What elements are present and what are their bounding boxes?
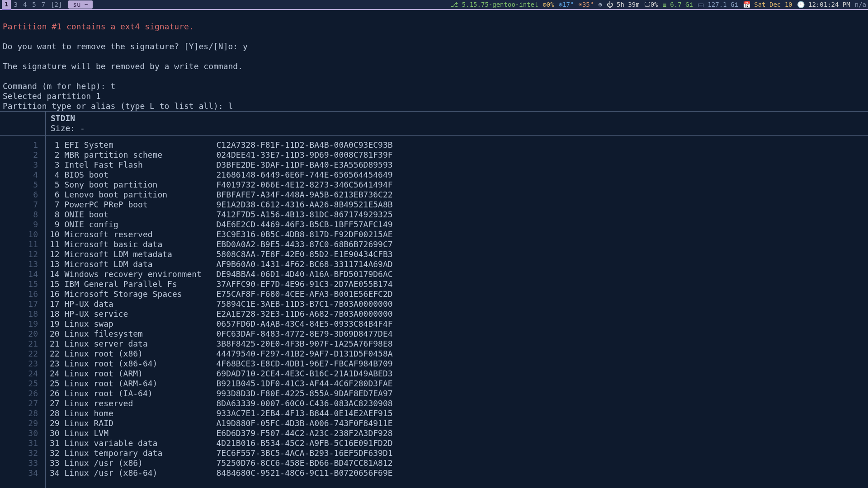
cold-icon: ❄ [559, 1, 562, 8]
list-item-content: 24 Linux root (ARM) 69DAD710-2CE4-4E3C-B… [42, 369, 393, 379]
line-number: 29 [0, 418, 42, 428]
list-item[interactable]: 1414 Windows recovery environment DE94BB… [0, 269, 868, 279]
workspace-3[interactable]: 3 [11, 0, 20, 9]
partition-type-prompt: Partition type or alias (type L to list … [3, 101, 233, 111]
hot-icon: ☀ [578, 1, 582, 8]
workspace-alt[interactable]: [2] [48, 0, 65, 9]
selected-partition: Selected partition 1 [3, 91, 101, 101]
list-item[interactable]: 3 3 Intel Fast Flash D3BFE2DE-3DAF-11DF-… [0, 160, 868, 170]
list-item[interactable]: 2626 Linux root (IA-64) 993D8D3D-F80E-42… [0, 389, 868, 399]
line-number: 20 [0, 329, 42, 339]
list-item[interactable]: 3030 Linux LVM E6D6D379-F507-44C2-A23C-2… [0, 428, 868, 438]
list-item[interactable]: 1717 HP-UX data 75894C1E-3AEB-11D3-B7C1-… [0, 299, 868, 309]
list-item-content: 10 Microsoft reserved E3C9E316-0B5C-4DB8… [42, 230, 393, 239]
list-item-content: 16 Microsoft Storage Spaces E75CAF8F-F68… [42, 289, 393, 299]
list-item[interactable]: 2727 Linux reserved 8DA63339-0007-60C0-C… [0, 399, 868, 408]
list-item-content: 32 Linux temporary data 7EC6F557-3BC5-4A… [42, 448, 393, 458]
clock: 12:01:24 PM [808, 1, 850, 8]
status-tray: ⎇ 5.15.75-gentoo-intel ⚙0% ❄17° ☀35° ⊕ ⏻… [451, 0, 866, 9]
disk-usage: 127.1 Gi [708, 1, 738, 8]
workspace-4[interactable]: 4 [20, 0, 29, 9]
memory-usage: 6.7 Gi [670, 1, 693, 8]
list-item-content: 18 HP-UX service E2A1E728-32E3-11D6-A682… [42, 309, 393, 319]
list-item[interactable]: 3434 Linux /usr (x86-64) 8484680C-9521-4… [0, 468, 868, 478]
list-item[interactable]: 3333 Linux /usr (x86) 75250D76-8CC6-458E… [0, 458, 868, 468]
partition-type-list[interactable]: 1 1 EFI System C12A7328-F81F-11D2-BA4B-0… [0, 140, 868, 478]
list-item[interactable]: 1010 Microsoft reserved E3C9E316-0B5C-4D… [0, 230, 868, 239]
list-item[interactable]: 2828 Linux home 933AC7E1-2EB4-4F13-B844-… [0, 408, 868, 418]
list-item-content: 17 HP-UX data 75894C1E-3AEB-11D3-B7C1-7B… [42, 299, 393, 309]
prompt-remove-signature: Do you want to remove the signature? [Y]… [3, 42, 248, 51]
list-item[interactable]: 1212 Microsoft LDM metadata 5808C8AA-7E8… [0, 249, 868, 259]
list-item[interactable]: 3131 Linux variable data 4D21B016-B534-4… [0, 438, 868, 448]
list-item[interactable]: 7 7 PowerPC PReP boot 9E1A2D38-C612-4316… [0, 200, 868, 210]
list-item-content: 25 Linux root (ARM-64) B921B045-1DF0-41C… [42, 379, 393, 389]
list-item-content: 1 EFI System C12A7328-F81F-11D2-BA4B-00A… [42, 140, 393, 150]
list-item[interactable]: 8 8 ONIE boot 7412F7D5-A156-4B13-81DC-86… [0, 210, 868, 220]
list-item[interactable]: 1616 Microsoft Storage Spaces E75CAF8F-F… [0, 289, 868, 299]
line-number: 2 [0, 150, 42, 160]
list-item-content: 27 Linux reserved 8DA63339-0007-60C0-C43… [42, 399, 393, 408]
list-item-content: 5 Sony boot partition F4019732-066E-4E12… [42, 180, 393, 190]
disk-icon: 🖴 [698, 1, 704, 8]
line-number: 30 [0, 428, 42, 438]
list-item[interactable]: 2121 Linux server data 3B8F8425-20E0-4F3… [0, 339, 868, 349]
list-item-content: 29 Linux RAID A19D880F-05FC-4D3B-A006-74… [42, 418, 393, 428]
line-number: 17 [0, 299, 42, 309]
list-item[interactable]: 6 6 Lenovo boot partition BFBFAFE7-A34F-… [0, 190, 868, 200]
line-number: 34 [0, 468, 42, 478]
list-item[interactable]: 4 4 BIOS boot 21686148-6449-6E6F-744E-65… [0, 170, 868, 180]
workspace-7[interactable]: 7 [39, 0, 48, 9]
list-item-content: 13 Microsoft LDM data AF9B60A0-1431-4F62… [42, 259, 393, 269]
temp-cold: 17° [562, 1, 574, 8]
list-item[interactable]: 9 9 ONIE config D4E6E2CD-4469-46F3-B5CB-… [0, 220, 868, 230]
list-item-content: 30 Linux LVM E6D6D379-F507-44C2-A23C-238… [42, 428, 393, 438]
list-item-content: 2 MBR partition scheme 024DEE41-33E7-11D… [42, 150, 393, 160]
line-number: 15 [0, 279, 42, 289]
list-item[interactable]: 1111 Microsoft basic data EBD0A0A2-B9E5-… [0, 239, 868, 249]
line-number: 31 [0, 438, 42, 448]
list-item-content: 8 ONIE boot 7412F7D5-A156-4B13-81DC-8671… [42, 210, 393, 220]
line-number: 6 [0, 190, 42, 200]
list-item[interactable]: 2020 Linux filesystem 0FC63DAF-8483-4772… [0, 329, 868, 339]
list-item-content: 4 BIOS boot 21686148-6449-6E6F-744E-6565… [42, 170, 393, 180]
cpu-usage: 0% [651, 1, 658, 8]
terminal-output[interactable]: Partition #1 contains a ext4 signature. … [3, 22, 248, 111]
power-icon: ⏻ [607, 1, 613, 8]
line-number: 23 [0, 359, 42, 369]
list-item[interactable]: 1919 Linux swap 0657FD6D-A4AB-43C4-84E5-… [0, 319, 868, 329]
workspace-5[interactable]: 5 [29, 0, 38, 9]
list-item-content: 11 Microsoft basic data EBD0A0A2-B9E5-44… [42, 239, 393, 249]
list-item[interactable]: 2424 Linux root (ARM) 69DAD710-2CE4-4E3C… [0, 369, 868, 379]
list-item[interactable]: 1313 Microsoft LDM data AF9B60A0-1431-4F… [0, 259, 868, 269]
status-na: n/a [855, 0, 866, 9]
list-item[interactable]: 5 5 Sony boot partition F4019732-066E-4E… [0, 180, 868, 190]
list-item-content: 31 Linux variable data 4D21B016-B534-45C… [42, 438, 393, 448]
list-item[interactable]: 1818 HP-UX service E2A1E728-32E3-11D6-A6… [0, 309, 868, 319]
line-number: 19 [0, 319, 42, 329]
line-number: 33 [0, 458, 42, 468]
temp-hot: 35° [582, 1, 594, 8]
line-number: 8 [0, 210, 42, 220]
list-item[interactable]: 2 2 MBR partition scheme 024DEE41-33E7-1… [0, 150, 868, 160]
calendar-icon: 📅 [743, 1, 750, 8]
kernel-version: 5.15.75-gentoo-intel [462, 1, 538, 8]
line-number: 10 [0, 230, 42, 239]
pager-size-label: Size: [51, 123, 80, 133]
list-item[interactable]: 3232 Linux temporary data 7EC6F557-3BC5-… [0, 448, 868, 458]
uptime: 5h 39m [617, 1, 640, 8]
workspace-1[interactable]: 1 [2, 0, 11, 10]
list-item-content: 26 Linux root (IA-64) 993D8D3D-F80E-4225… [42, 389, 393, 399]
list-item-content: 34 Linux /usr (x86-64) 8484680C-9521-48C… [42, 468, 393, 478]
list-item[interactable]: 1 1 EFI System C12A7328-F81F-11D2-BA4B-0… [0, 140, 868, 150]
list-item[interactable]: 2929 Linux RAID A19D880F-05FC-4D3B-A006-… [0, 418, 868, 428]
line-number: 18 [0, 309, 42, 319]
line-number: 24 [0, 369, 42, 379]
list-item[interactable]: 2222 Linux root (x86) 44479540-F297-41B2… [0, 349, 868, 359]
list-item[interactable]: 2323 Linux root (x86-64) 4F68BCE3-E8CD-4… [0, 359, 868, 369]
line-number: 21 [0, 339, 42, 349]
list-item[interactable]: 2525 Linux root (ARM-64) B921B045-1DF0-4… [0, 379, 868, 389]
line-number: 28 [0, 408, 42, 418]
list-item[interactable]: 1515 IBM General Parallel Fs 37AFFC90-EF… [0, 279, 868, 289]
fan-icon: ⚙ [542, 1, 546, 8]
